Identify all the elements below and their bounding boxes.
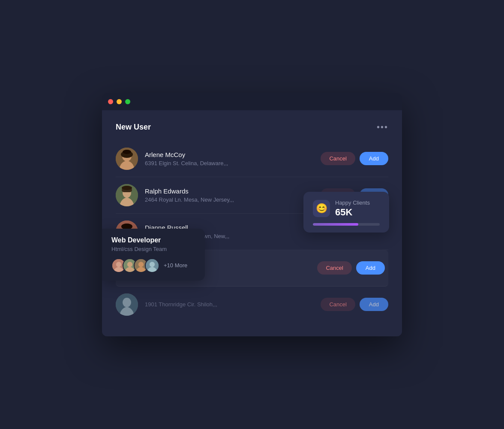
svg-point-19 — [127, 262, 132, 267]
action-buttons-unknown: Cancel Add — [321, 298, 388, 311]
web-dev-subtitle: Html/css Design Team — [111, 246, 195, 252]
user-row-unknown: 1901 Thornridge Cir. Shiloh,,, Cancel Ad… — [116, 287, 388, 323]
svg-point-15 — [123, 298, 131, 307]
action-buttons-arlene: Cancel Add — [321, 152, 388, 165]
title-bar — [102, 93, 402, 110]
user-address-arlene: 6391 Elgin St. Celina, Delaware,,, — [145, 160, 321, 166]
svg-point-17 — [116, 262, 121, 267]
close-button[interactable] — [108, 99, 113, 104]
more-avatars-label: +10 More — [164, 262, 187, 269]
main-content: New User ••• Arlene McCoy 639 — [102, 110, 402, 336]
user-name-arlene: Arlene McCoy — [145, 151, 321, 158]
user-info-ralph: Ralph Edwards 2464 Royal Ln. Mesa, New J… — [145, 187, 321, 203]
user-address-ralph: 2464 Royal Ln. Mesa, New Jersey,,, — [145, 196, 321, 203]
happy-clients-info: Happy Clients 65K — [335, 199, 370, 218]
user-row-arlene: Arlene McCoy 6391 Elgin St. Celina, Dela… — [116, 141, 388, 177]
add-button-unknown[interactable]: Add — [360, 298, 388, 311]
svg-point-23 — [150, 262, 155, 267]
cancel-button-jane[interactable]: Cancel — [317, 261, 351, 275]
user-address-unknown: 1901 Thornridge Cir. Shiloh,,, — [145, 301, 321, 308]
happy-clients-count: 65K — [335, 207, 370, 218]
section-title: New User — [116, 123, 151, 132]
web-developer-card: Web Developer Html/css Design Team — [102, 229, 205, 281]
minimize-button[interactable] — [117, 99, 122, 104]
cancel-button-arlene[interactable]: Cancel — [321, 152, 355, 165]
app-window: New User ••• Arlene McCoy 639 — [102, 93, 402, 336]
avatar-unknown — [116, 293, 138, 316]
web-dev-title: Web Developer — [111, 236, 195, 244]
svg-point-7 — [122, 186, 132, 190]
stack-avatar-4 — [145, 258, 159, 273]
user-name-ralph: Ralph Edwards — [145, 187, 321, 195]
action-buttons-jane: Cancel Add — [317, 261, 385, 275]
add-button-arlene[interactable]: Add — [360, 152, 388, 165]
happy-clients-label: Happy Clients — [335, 199, 370, 206]
avatar-ralph — [116, 184, 138, 206]
progress-bar-fill — [313, 223, 358, 226]
maximize-button[interactable] — [125, 99, 130, 104]
avatar-arlene — [116, 148, 138, 170]
user-info-unknown: 1901 Thornridge Cir. Shiloh,,, — [145, 301, 321, 308]
happy-clients-card: 😊 Happy Clients 65K — [303, 192, 389, 233]
svg-point-21 — [138, 262, 144, 267]
smiley-icon: 😊 — [313, 200, 330, 217]
user-info-arlene: Arlene McCoy 6391 Elgin St. Celina, Dela… — [145, 151, 321, 166]
svg-point-3 — [123, 150, 131, 154]
cancel-button-unknown[interactable]: Cancel — [321, 298, 355, 311]
progress-bar-container — [313, 223, 380, 226]
happy-clients-header: 😊 Happy Clients 65K — [313, 199, 380, 218]
section-header: New User ••• — [116, 122, 388, 132]
avatar-stack: +10 More — [111, 258, 195, 273]
add-button-jane[interactable]: Add — [356, 261, 385, 275]
more-options-button[interactable]: ••• — [377, 122, 388, 132]
